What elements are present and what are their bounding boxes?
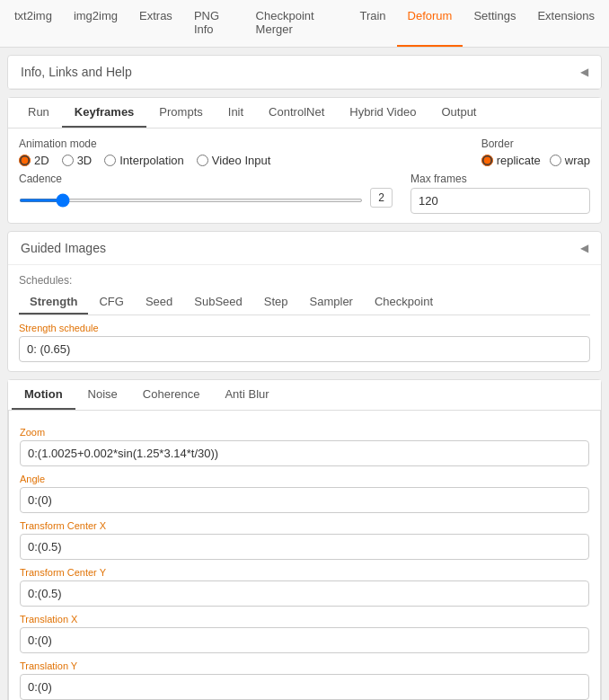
schedule-tab-sampler[interactable]: Sampler (299, 290, 364, 315)
angle-label: Angle (20, 474, 589, 484)
border-replicate-option[interactable]: replicate (481, 154, 541, 167)
keyframes-section: Run Keyframes Prompts Init ControlNet Hy… (7, 97, 602, 224)
schedules-label: Schedules: (19, 274, 590, 287)
transform-center-x-label: Transform Center X (20, 520, 589, 531)
strength-schedule-label: Strength schedule (19, 323, 590, 333)
strength-schedule-input[interactable] (19, 336, 590, 362)
motion-content: Zoom Angle Transform Center X Transform … (8, 411, 601, 700)
schedule-tab-seed[interactable]: Seed (135, 290, 183, 315)
zoom-label: Zoom (20, 427, 589, 438)
sub-tabs: Run Keyframes Prompts Init ControlNet Hy… (8, 98, 601, 128)
tab-hybrid-video[interactable]: Hybrid Video (337, 98, 428, 128)
max-frames-input[interactable] (410, 188, 590, 214)
zoom-input[interactable] (20, 440, 589, 466)
info-section: Info, Links and Help ◀ (7, 55, 602, 90)
motion-tab-motion[interactable]: Motion (12, 380, 75, 410)
anim-3d-option[interactable]: 3D (62, 154, 93, 167)
nav-pnginfo[interactable]: PNG Info (183, 0, 245, 47)
border-group: Border replicate wrap (481, 137, 590, 167)
schedule-tab-subseed[interactable]: SubSeed (183, 290, 253, 315)
max-frames-group: Max frames (410, 173, 590, 214)
transform-center-x-input[interactable] (20, 534, 589, 560)
tab-prompts[interactable]: Prompts (146, 98, 215, 128)
info-section-title: Info, Links and Help (21, 65, 132, 79)
max-frames-label: Max frames (410, 173, 590, 185)
nav-extensions[interactable]: Extensions (526, 0, 605, 47)
angle-input[interactable] (20, 487, 589, 513)
guided-images-collapse-icon: ◀ (580, 242, 588, 254)
motion-section: Motion Noise Coherence Anti Blur Zoom An… (7, 379, 602, 700)
transform-center-y-input[interactable] (20, 580, 589, 607)
keyframes-content: Animation mode 2D 3D Interpolation Video… (8, 128, 601, 223)
tab-output[interactable]: Output (428, 98, 489, 128)
motion-tab-antiblur[interactable]: Anti Blur (212, 380, 281, 410)
animation-mode-options: 2D 3D Interpolation Video Input (19, 154, 270, 167)
motion-tab-noise[interactable]: Noise (75, 380, 130, 410)
nav-img2img[interactable]: img2img (63, 0, 128, 47)
translation-y-label: Translation Y (20, 660, 589, 671)
info-section-header[interactable]: Info, Links and Help ◀ (8, 56, 601, 89)
nav-checkpoint-merger[interactable]: Checkpoint Merger (245, 0, 349, 47)
nav-settings[interactable]: Settings (463, 0, 526, 47)
anim-2d-option[interactable]: 2D (19, 154, 49, 167)
schedule-tab-step[interactable]: Step (253, 290, 299, 315)
border-wrap-option[interactable]: wrap (550, 154, 590, 167)
animation-mode-label: Animation mode (19, 137, 270, 150)
tab-controlnet[interactable]: ControlNet (256, 98, 337, 128)
guided-images-content: Schedules: Strength CFG Seed SubSeed Ste… (8, 265, 601, 371)
schedule-tab-checkpoint[interactable]: Checkpoint (364, 290, 444, 315)
cadence-label: Cadence (19, 173, 393, 185)
motion-tab-coherence[interactable]: Coherence (130, 380, 213, 410)
nav-extras[interactable]: Extras (128, 0, 183, 47)
info-collapse-icon: ◀ (580, 66, 588, 78)
schedule-tab-cfg[interactable]: CFG (88, 290, 134, 315)
guided-images-header[interactable]: Guided Images ◀ (8, 232, 601, 265)
anim-videoinput-option[interactable]: Video Input (197, 154, 271, 167)
schedule-tab-strength[interactable]: Strength (19, 290, 88, 315)
tab-keyframes[interactable]: Keyframes (62, 98, 147, 128)
cadence-value: 2 (370, 188, 393, 208)
tab-run[interactable]: Run (15, 98, 62, 128)
border-label: Border (481, 137, 590, 150)
transform-center-y-label: Transform Center Y (20, 567, 589, 578)
top-nav: txt2img img2img Extras PNG Info Checkpoi… (0, 0, 609, 48)
border-options: replicate wrap (481, 154, 590, 167)
nav-train[interactable]: Train (349, 0, 396, 47)
animation-mode-row: Animation mode 2D 3D Interpolation Video… (19, 137, 590, 167)
guided-images-section: Guided Images ◀ Schedules: Strength CFG … (7, 231, 602, 372)
nav-txt2img[interactable]: txt2img (4, 0, 63, 47)
nav-deforum[interactable]: Deforum (397, 0, 463, 47)
cadence-section: Cadence 2 Max frames (19, 173, 590, 214)
translation-y-input[interactable] (20, 674, 589, 700)
animation-mode-group: Animation mode 2D 3D Interpolation Video… (19, 137, 270, 167)
schedule-tabs: Strength CFG Seed SubSeed Step Sampler C… (19, 290, 590, 315)
anim-interpolation-option[interactable]: Interpolation (104, 154, 184, 167)
cadence-group: Cadence 2 (19, 173, 393, 208)
translation-x-input[interactable] (20, 627, 589, 653)
cadence-slider[interactable] (19, 199, 363, 202)
tab-init[interactable]: Init (216, 98, 256, 128)
motion-tabs: Motion Noise Coherence Anti Blur (8, 380, 601, 411)
translation-x-label: Translation X (20, 614, 589, 625)
guided-images-title: Guided Images (21, 241, 106, 255)
